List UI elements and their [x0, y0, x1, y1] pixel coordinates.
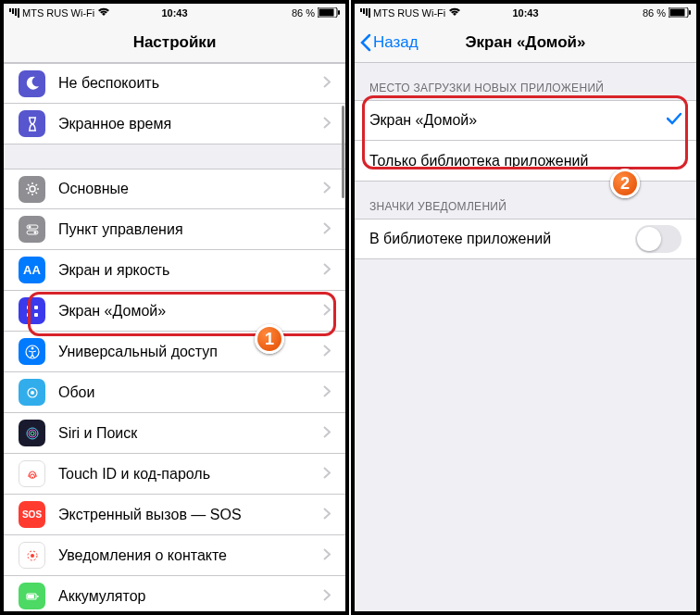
row-exposure[interactable]: Уведомления о контакте — [4, 535, 345, 576]
chevron-right-icon — [323, 384, 331, 401]
annotation-marker-2: 2 — [610, 169, 640, 198]
hourglass-icon — [19, 110, 45, 137]
row-wallpaper[interactable]: Обои — [4, 372, 345, 413]
svg-point-3 — [30, 186, 35, 192]
grid-icon — [19, 297, 45, 324]
row-label: Экран «Домой» — [369, 112, 667, 129]
sos-icon: SOS — [19, 501, 45, 528]
back-button[interactable]: Назад — [360, 33, 419, 52]
page-title: Экран «Домой» — [465, 33, 585, 52]
exposure-icon — [19, 542, 45, 569]
chevron-right-icon — [323, 262, 331, 279]
row-label: Siri и Поиск — [58, 425, 323, 442]
chevron-right-icon — [323, 588, 331, 605]
chevron-right-icon — [323, 425, 331, 442]
section-header-badges: ЗНАЧКИ УВЕДОМЛЕНИЙ — [355, 182, 696, 219]
navbar: Назад Экран «Домой» — [355, 22, 696, 63]
battery-icon — [19, 583, 45, 609]
row-label: Touch ID и код-пароль — [58, 466, 323, 483]
row-control-center[interactable]: Пункт управления — [4, 209, 345, 250]
row-label: Только библиотека приложений — [369, 153, 681, 169]
row-app-library-option[interactable]: Только библиотека приложений — [355, 141, 696, 182]
chevron-right-icon — [323, 507, 331, 523]
row-display[interactable]: AA Экран и яркость — [4, 250, 345, 291]
svg-rect-22 — [37, 596, 39, 597]
row-label: Пункт управления — [58, 221, 323, 238]
chevron-right-icon — [323, 75, 331, 92]
row-label: Экран «Домой» — [58, 303, 323, 320]
row-sos[interactable]: SOS Экстренный вызов — SOS — [4, 495, 345, 535]
annotation-marker-1: 1 — [255, 324, 284, 354]
svg-point-13 — [31, 346, 33, 349]
back-label: Назад — [373, 33, 419, 52]
svg-rect-23 — [28, 595, 34, 598]
chevron-right-icon — [323, 547, 331, 564]
statusbar-time: 10:43 — [355, 7, 696, 19]
row-label: Экран и яркость — [58, 262, 323, 279]
svg-point-15 — [31, 391, 34, 395]
row-dnd[interactable]: Не беспокоить — [4, 63, 345, 104]
statusbar-time: 10:43 — [4, 7, 345, 19]
access-icon — [19, 338, 45, 365]
aa-icon: AA — [19, 257, 45, 283]
row-badges-library[interactable]: В библиотеке приложений — [355, 219, 696, 259]
settings-screen: MTS RUS Wi-Fi 10:43 86 % Настройки Не бе… — [0, 0, 349, 615]
chevron-right-icon — [323, 221, 331, 238]
svg-rect-10 — [27, 313, 31, 317]
row-screentime[interactable]: Экранное время — [4, 104, 345, 144]
row-siri[interactable]: Siri и Поиск — [4, 413, 345, 454]
moon-icon — [19, 70, 45, 97]
chevron-right-icon — [323, 466, 331, 483]
svg-point-19 — [31, 554, 34, 558]
svg-rect-9 — [34, 306, 38, 309]
row-label: Экранное время — [58, 116, 323, 132]
svg-rect-11 — [34, 313, 38, 317]
check-icon — [667, 112, 681, 129]
chevron-right-icon — [323, 303, 331, 320]
gear-icon — [19, 176, 45, 203]
row-label: Не беспокоить — [58, 75, 323, 92]
toggles-icon — [19, 216, 45, 243]
svg-point-18 — [31, 432, 34, 435]
scrollbar[interactable] — [342, 106, 344, 198]
chevron-right-icon — [323, 181, 331, 197]
svg-rect-8 — [27, 306, 31, 309]
row-label: Обои — [58, 384, 323, 401]
statusbar: MTS RUS Wi-Fi 10:43 86 % — [4, 4, 345, 22]
touch-icon — [19, 460, 45, 487]
row-label: Экстренный вызов — SOS — [58, 507, 323, 523]
row-battery[interactable]: Аккумулятор — [4, 576, 345, 615]
svg-point-17 — [29, 430, 36, 437]
row-label: Универсальный доступ — [58, 344, 323, 360]
home-screen-settings: MTS RUS Wi-Fi 10:43 86 % Назад Экран «До… — [351, 0, 700, 615]
svg-point-5 — [28, 225, 31, 228]
svg-point-7 — [33, 231, 36, 233]
row-label: Уведомления о контакте — [58, 547, 323, 564]
row-label: Аккумулятор — [58, 588, 323, 605]
navbar: Настройки — [4, 22, 345, 63]
statusbar: MTS RUS Wi-Fi 10:43 86 % — [355, 4, 696, 22]
row-touchid[interactable]: Touch ID и код-пароль — [4, 454, 345, 495]
chevron-right-icon — [323, 344, 331, 360]
row-label: Основные — [58, 181, 323, 197]
row-label: В библиотеке приложений — [369, 231, 635, 247]
row-home-screen[interactable]: Экран «Домой» — [4, 291, 345, 332]
siri-icon — [19, 420, 45, 446]
switch-toggle[interactable] — [635, 225, 681, 253]
section-header-download: МЕСТО ЗАГРУЗКИ НОВЫХ ПРИЛОЖЕНИЙ — [355, 63, 696, 100]
page-title: Настройки — [133, 33, 217, 52]
row-general[interactable]: Основные — [4, 169, 345, 209]
row-home-screen-option[interactable]: Экран «Домой» — [355, 100, 696, 141]
wall-icon — [19, 379, 45, 406]
row-accessibility[interactable]: Универсальный доступ — [4, 332, 345, 372]
chevron-right-icon — [323, 116, 331, 132]
